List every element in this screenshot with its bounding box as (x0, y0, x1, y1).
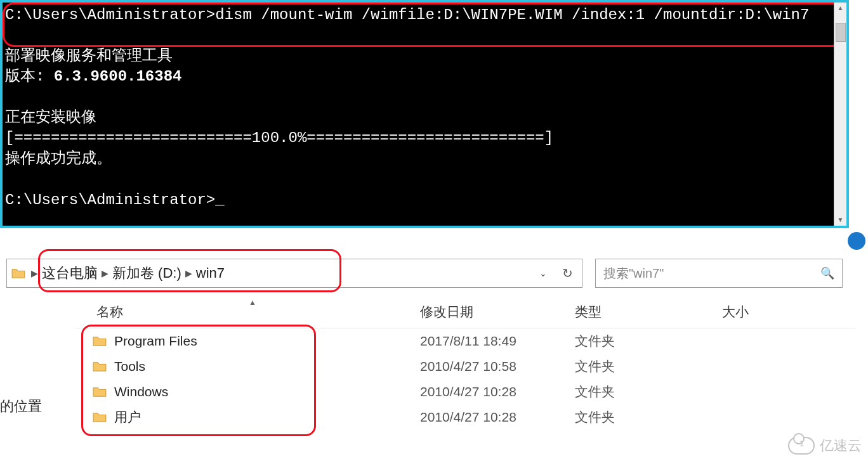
cmd-line-version-label: 版本: (5, 68, 54, 85)
column-header-date[interactable]: 修改日期 (420, 303, 575, 321)
cmd-window: C:\Users\Administrator>dism /mount-wim /… (0, 0, 849, 228)
refresh-icon[interactable]: ↻ (562, 266, 573, 281)
file-name: 用户 (109, 408, 420, 426)
column-header-name[interactable]: 名称 ▲ (96, 303, 420, 321)
cmd-line-progress: [==========================100.0%=======… (5, 129, 553, 146)
watermark-text: 亿速云 (820, 436, 862, 455)
file-date: 2010/4/27 10:58 (420, 359, 575, 374)
file-type: 文件夹 (575, 383, 722, 401)
cmd-line-tool: 部署映像服务和管理工具 (5, 48, 173, 65)
search-icon[interactable]: 🔍 (820, 266, 834, 280)
search-placeholder-text: 搜索"win7" (603, 265, 664, 282)
file-name: Tools (109, 359, 420, 374)
cmd-line-version-value: 6.3.9600.16384 (54, 68, 182, 85)
scroll-down-icon[interactable]: ▼ (834, 214, 846, 226)
folder-icon (90, 361, 109, 372)
address-folder-icon (7, 259, 30, 288)
cmd-line-success: 操作成功完成。 (5, 150, 112, 167)
chevron-right-icon[interactable]: ▶ (102, 268, 109, 278)
table-row[interactable]: 用户 2010/4/27 10:28 文件夹 (75, 404, 855, 430)
search-input[interactable]: 搜索"win7" 🔍 (595, 259, 843, 288)
file-date: 2010/4/27 10:28 (420, 384, 575, 399)
table-row[interactable]: Tools 2010/4/27 10:58 文件夹 (75, 354, 855, 379)
file-date: 2010/4/27 10:28 (420, 410, 575, 425)
breadcrumb: ▶ 这台电脑 ▶ 新加卷 (D:) ▶ win7 (30, 264, 225, 283)
address-bar[interactable]: ▶ 这台电脑 ▶ 新加卷 (D:) ▶ win7 ⌄ ↻ (6, 259, 582, 288)
cmd-scrollbar[interactable]: ▲ ▼ (834, 3, 846, 226)
file-date: 2017/8/11 18:49 (420, 333, 575, 349)
file-type: 文件夹 (575, 408, 722, 426)
address-history-dropdown-icon[interactable]: ⌄ (539, 268, 547, 278)
chevron-right-icon[interactable]: ▶ (31, 268, 38, 278)
explorer-toolbar: ▶ 这台电脑 ▶ 新加卷 (D:) ▶ win7 ⌄ ↻ 搜索"win7" 🔍 (6, 259, 843, 288)
cmd-command: dism /mount-wim /wimfile:D:\WIN7PE.WIM /… (215, 6, 809, 23)
cmd-prompt-2: C:\Users\Administrator> (5, 191, 215, 209)
cmd-terminal[interactable]: C:\Users\Administrator>dism /mount-wim /… (3, 3, 846, 226)
file-list: 名称 ▲ 修改日期 类型 大小 Program Files 2017/8/11 … (75, 295, 855, 430)
scroll-thumb[interactable] (836, 23, 846, 42)
sort-ascending-icon: ▲ (249, 298, 256, 307)
file-type: 文件夹 (575, 358, 722, 375)
folder-icon (90, 411, 109, 423)
cmd-line-mounting: 正在安装映像 (5, 109, 96, 126)
watermark: 亿速云 (788, 436, 862, 455)
file-name: Windows (109, 384, 420, 399)
address-bar-controls: ⌄ ↻ (539, 266, 582, 281)
folder-icon (90, 386, 109, 398)
folder-icon (90, 335, 109, 347)
column-header-type[interactable]: 类型 (575, 303, 722, 321)
cmd-cursor: _ (215, 191, 224, 209)
table-row[interactable]: Windows 2010/4/27 10:28 文件夹 (75, 379, 855, 404)
file-list-body: Program Files 2017/8/11 18:49 文件夹 Tools … (75, 328, 855, 430)
breadcrumb-folder-win7[interactable]: win7 (196, 265, 225, 281)
column-header-name-label: 名称 (96, 304, 123, 319)
file-type: 文件夹 (575, 332, 722, 350)
cloud-icon (788, 437, 815, 455)
cropped-left-text: 的位置 (0, 397, 42, 416)
table-row[interactable]: Program Files 2017/8/11 18:49 文件夹 (75, 328, 855, 354)
file-name: Program Files (109, 333, 420, 349)
column-header-size[interactable]: 大小 (722, 303, 824, 321)
breadcrumb-drive-d[interactable]: 新加卷 (D:) (112, 264, 181, 283)
breadcrumb-this-pc[interactable]: 这台电脑 (42, 264, 98, 283)
cmd-prompt-1: C:\Users\Administrator> (5, 6, 215, 23)
window-corner-decoration (848, 232, 865, 250)
scroll-up-icon[interactable]: ▲ (834, 3, 846, 14)
file-list-header: 名称 ▲ 修改日期 类型 大小 (75, 295, 855, 328)
chevron-right-icon[interactable]: ▶ (185, 268, 192, 278)
